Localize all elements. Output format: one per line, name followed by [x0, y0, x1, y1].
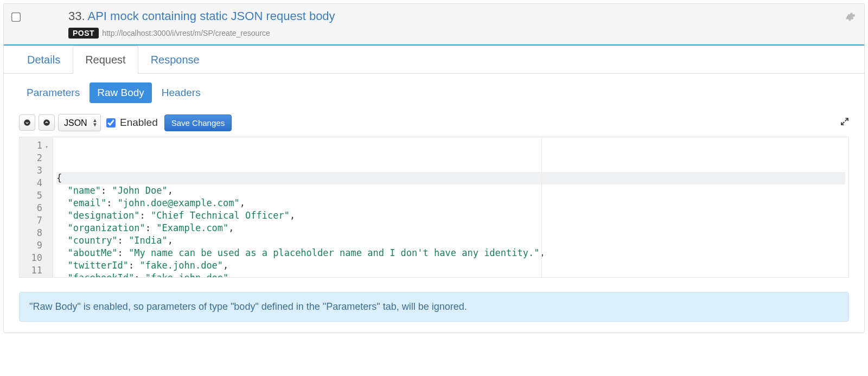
test-title-row: 33. API mock containing static JSON requ… [68, 9, 845, 23]
test-case-panel: 33. API mock containing static JSON requ… [3, 3, 865, 333]
enabled-label: Enabled [120, 117, 158, 129]
subtab-parameters[interactable]: Parameters [19, 82, 87, 103]
enabled-checkbox[interactable] [106, 118, 116, 128]
panel-header: 33. API mock containing static JSON requ… [4, 4, 864, 44]
http-method-badge: POST [68, 28, 99, 39]
info-alert: "Raw Body" is enabled, so parameters of … [19, 292, 849, 322]
select-checkbox[interactable] [11, 12, 21, 22]
print-margin [541, 137, 542, 277]
expand-icon[interactable] [840, 117, 849, 128]
tab-request[interactable]: Request [73, 46, 138, 74]
request-url: http://localhost:3000/i/vrest/m/SP/creat… [102, 29, 270, 37]
svg-point-1 [43, 119, 50, 126]
subtab-headers[interactable]: Headers [154, 82, 208, 103]
main-tabs: Details Request Response [4, 46, 864, 74]
test-title-link[interactable]: API mock containing static JSON request … [88, 9, 335, 23]
move-up-button[interactable] [39, 114, 55, 131]
move-down-button[interactable] [19, 114, 35, 131]
editor-toolbar: JSON ▲▼ Enabled Save Changes [4, 106, 864, 137]
editor-gutter: 1▾234567891011 [20, 137, 53, 277]
request-subtabs: Parameters Raw Body Headers [4, 74, 864, 106]
gear-icon[interactable] [845, 9, 856, 25]
tab-details[interactable]: Details [15, 46, 73, 74]
code-editor[interactable]: 1▾234567891011 { "name": "John Doe", "em… [19, 137, 849, 278]
tab-response[interactable]: Response [138, 46, 212, 74]
body-format-select[interactable]: JSON [58, 114, 101, 131]
editor-code[interactable]: { "name": "John Doe", "email": "john.doe… [53, 137, 848, 277]
subtab-raw-body[interactable]: Raw Body [90, 82, 152, 103]
svg-point-0 [24, 119, 30, 126]
save-button[interactable]: Save Changes [164, 114, 232, 131]
test-number: 33. [68, 9, 85, 23]
